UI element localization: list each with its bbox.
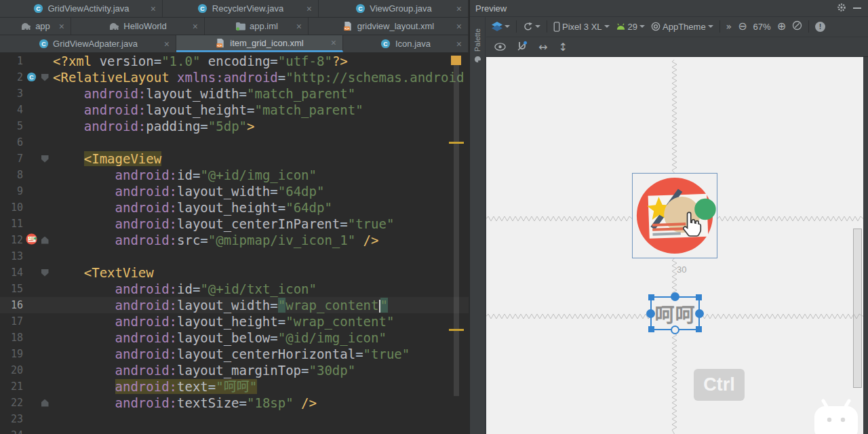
gutter: 14: [0, 264, 53, 281]
code-line-10[interactable]: 10 android:layout_height="64dp": [0, 199, 469, 216]
textview-txt-icon[interactable]: 呵呵: [650, 296, 700, 330]
line-number: 1: [0, 53, 23, 69]
code-line-21[interactable]: 21 android:text="呵呵": [0, 378, 469, 395]
line-number: 21: [0, 378, 23, 395]
design-scrollbar[interactable]: [853, 229, 862, 388]
close-tab-icon[interactable]: ×: [456, 22, 462, 31]
code-text: android:layout_width="64dp": [53, 183, 469, 199]
gutter: 12: [0, 232, 53, 248]
tab-viewgroup-java[interactable]: CViewGroup.java×: [319, 0, 469, 17]
code-line-14[interactable]: 14 <TextView: [0, 264, 469, 281]
android-icon: [616, 23, 626, 31]
tab-recyclerview-java[interactable]: CRecyclerView.java×: [163, 0, 319, 17]
warning-mark-icon[interactable]: [449, 329, 464, 331]
code-line-22[interactable]: 22 android:textSize="18sp" />: [0, 395, 469, 411]
warning-mark-icon[interactable]: [449, 142, 464, 144]
code-editor[interactable]: 1<?xml version="1.0" encoding="utf-8"?>2…: [0, 53, 469, 434]
gear-icon[interactable]: [837, 3, 846, 14]
fold-marker-icon[interactable]: [41, 74, 49, 81]
code-line-23[interactable]: 23: [0, 411, 469, 427]
layout-variant-button[interactable]: [492, 22, 510, 31]
tab-app-iml[interactable]: app.iml×: [205, 18, 309, 35]
constraint-anchor-right[interactable]: [695, 309, 704, 318]
code-line-9[interactable]: 9 android:layout_width="64dp": [0, 183, 469, 199]
toolbar-overflow-button[interactable]: »: [726, 22, 732, 31]
code-line-13[interactable]: 13: [0, 248, 469, 264]
code-line-12[interactable]: 12 android:src="@mipmap/iv_icon_1" />: [0, 232, 469, 248]
close-tab-icon[interactable]: ×: [59, 22, 64, 31]
code-line-24[interactable]: 24: [0, 427, 469, 434]
constraint-anchor-left[interactable]: [646, 309, 655, 318]
resize-handle[interactable]: [696, 294, 702, 300]
close-tab-icon[interactable]: ×: [456, 39, 462, 49]
close-tab-icon[interactable]: ×: [331, 38, 336, 47]
code-line-18[interactable]: 18 android:layout_below="@id/img_icon": [0, 330, 469, 346]
orientation-button[interactable]: [523, 22, 540, 32]
close-tab-icon[interactable]: ×: [456, 4, 462, 14]
fold-marker-icon[interactable]: [41, 155, 49, 163]
scrollbar-track[interactable]: [454, 65, 459, 396]
fold-marker-icon[interactable]: [41, 237, 49, 244]
code-line-8[interactable]: 8 android:id="@+id/img_icon": [0, 167, 469, 183]
tab-gridviewadpater-java[interactable]: CGridViewAdpater.java×: [0, 35, 176, 52]
close-tab-icon[interactable]: ×: [193, 22, 198, 31]
editor-scrollbar[interactable]: [449, 53, 464, 434]
tab-app[interactable]: app×: [0, 18, 71, 35]
code-line-19[interactable]: 19 android:layout_centerHorizontal="true…: [0, 346, 469, 362]
svg-text:C: C: [41, 41, 46, 47]
fold-marker-icon[interactable]: [41, 269, 49, 277]
resize-handle[interactable]: [696, 326, 702, 332]
code-line-17[interactable]: 17 android:layout_height="wrap_content": [0, 313, 469, 330]
resize-handle[interactable]: [648, 326, 654, 332]
zoom-in-icon[interactable]: ⊕: [777, 21, 786, 32]
tab-label: GridViewActivity.java: [47, 3, 129, 14]
imageview-img-icon[interactable]: [632, 173, 717, 258]
vertical-margins-icon[interactable]: ↕: [558, 42, 567, 53]
zoom-fit-icon[interactable]: [792, 20, 802, 33]
code-line-5[interactable]: 5 android:padding="5dp">: [0, 118, 469, 134]
horizontal-margins-icon[interactable]: ↔: [538, 42, 547, 53]
code-line-11[interactable]: 11 android:layout_centerInParent="true": [0, 216, 469, 232]
editor-pane: CGridViewActivity.java×CRecyclerView.jav…: [0, 0, 469, 434]
code-line-2[interactable]: 2C<RelativeLayout xmlns:android="http://…: [0, 69, 469, 85]
close-tab-icon[interactable]: ×: [164, 39, 170, 49]
tab-item-grid-icon-xml[interactable]: <>item_grid_icon.xml×: [176, 35, 343, 52]
tab-gridview-layout-xml[interactable]: <>gridview_layout.xml×: [309, 18, 469, 35]
constraint-anchor-bottom[interactable]: [671, 326, 679, 334]
code-line-3[interactable]: 3 android:layout_width="match_parent": [0, 85, 469, 102]
constraint-anchor-top[interactable]: [671, 292, 679, 301]
inspection-status-icon[interactable]: [451, 56, 461, 65]
palette-icon: [474, 56, 481, 63]
palette-stripe[interactable]: Palette: [470, 16, 486, 434]
code-line-15[interactable]: 15 android:id="@+id/txt_icon": [0, 281, 469, 297]
tab-label: app.iml: [250, 21, 278, 31]
code-line-1[interactable]: 1<?xml version="1.0" encoding="utf-8"?>: [0, 53, 469, 69]
api-level-selector[interactable]: 29: [616, 22, 645, 32]
code-line-6[interactable]: 6: [0, 134, 469, 151]
resize-handle[interactable]: [648, 294, 654, 300]
design-surface[interactable]: 30 呵呵 Ctrl: [486, 57, 863, 434]
autoconnect-off-icon[interactable]: [517, 41, 528, 54]
code-line-4[interactable]: 4 android:layout_height="match_parent": [0, 102, 469, 118]
errors-warnings-icon[interactable]: !: [815, 22, 825, 32]
hide-panel-icon[interactable]: [853, 7, 861, 9]
tab-helloworld[interactable]: HelloWorld×: [71, 18, 205, 35]
tab-gridviewactivity-java[interactable]: CGridViewActivity.java×: [0, 0, 163, 17]
show-warnings-icon[interactable]: [494, 41, 506, 54]
zoom-out-icon[interactable]: ⊖: [738, 21, 747, 32]
device-selector[interactable]: Pixel 3 XL: [553, 22, 610, 32]
close-tab-icon[interactable]: ×: [296, 22, 302, 31]
code-line-20[interactable]: 20 android:layout_marginTop="30dp": [0, 362, 469, 378]
gradle-icon: [20, 21, 31, 32]
theme-selector[interactable]: AppTheme: [651, 22, 713, 32]
fold-marker-icon[interactable]: [41, 399, 49, 407]
code-line-7[interactable]: 7 <ImageView: [0, 151, 469, 167]
gutter: 8: [0, 167, 53, 183]
code-line-16[interactable]: 16 android:layout_width="wrap_content": [0, 297, 469, 313]
line-number: 11: [0, 216, 23, 232]
gutter: 5: [0, 118, 53, 134]
close-tab-icon[interactable]: ×: [151, 4, 156, 14]
close-tab-icon[interactable]: ×: [307, 4, 312, 14]
image-icon-preview: [633, 174, 717, 258]
tab-icon-java[interactable]: CIcon.java×: [343, 35, 469, 52]
